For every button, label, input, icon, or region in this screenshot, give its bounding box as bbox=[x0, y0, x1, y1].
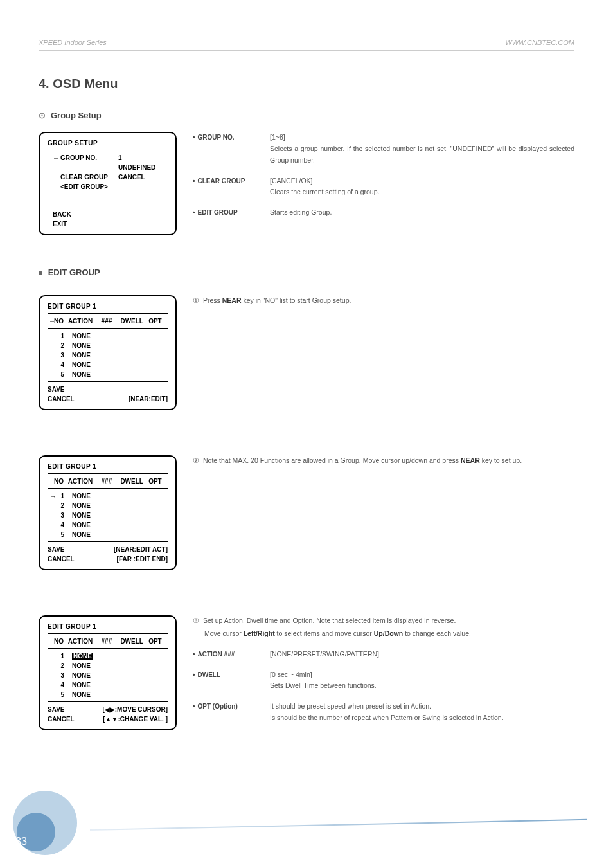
chapter-title: 4. OSD Menu bbox=[39, 77, 574, 91]
footer-divider bbox=[90, 819, 587, 831]
osd-edit-group-1: EDIT GROUP 1 → NO ACTION ### DWELL OPT 1… bbox=[39, 295, 177, 410]
section-edit-group-title: EDIT GROUP bbox=[39, 267, 574, 277]
header-left: XPEED Indoor Series bbox=[39, 39, 107, 46]
group-setup-row: GROUP SETUP →GROUP NO.1 UNDEFINED CLEAR … bbox=[39, 132, 574, 235]
step3-description: ③ Set up Action, Dwell time and Option. … bbox=[193, 615, 574, 730]
step-3-num: ③ bbox=[193, 615, 199, 627]
page-header: XPEED Indoor Series WWW.CNBTEC.COM bbox=[39, 39, 574, 51]
osd-edit-group-2: EDIT GROUP 1 NO ACTION ### DWELL OPT →1N… bbox=[39, 455, 177, 570]
edit-group-step3: EDIT GROUP 1 NO ACTION ### DWELL OPT 1NO… bbox=[39, 615, 574, 730]
edit-group-step1: EDIT GROUP 1 → NO ACTION ### DWELL OPT 1… bbox=[39, 295, 574, 410]
bullet-square-icon bbox=[39, 267, 43, 277]
group-setup-descriptions: •GROUP NO. [1~8] Selects a group number.… bbox=[193, 132, 574, 235]
section-group-setup-title: Group Setup bbox=[39, 111, 574, 120]
bullet-circle-icon bbox=[39, 111, 46, 120]
osd-group-setup: GROUP SETUP →GROUP NO.1 UNDEFINED CLEAR … bbox=[39, 132, 177, 235]
step-1-num: ① bbox=[193, 295, 199, 307]
step1-description: ① Press NEAR key in "NO" list to start G… bbox=[193, 295, 574, 410]
step2-description: ② Note that MAX. 20 Functions are allowe… bbox=[193, 455, 574, 570]
header-right: WWW.CNBTEC.COM bbox=[505, 39, 574, 46]
edit-group-step2: EDIT GROUP 1 NO ACTION ### DWELL OPT →1N… bbox=[39, 455, 574, 570]
step-2-num: ② bbox=[193, 455, 199, 467]
osd-edit-group-3: EDIT GROUP 1 NO ACTION ### DWELL OPT 1NO… bbox=[39, 615, 177, 730]
page-number: 33 bbox=[15, 836, 27, 847]
